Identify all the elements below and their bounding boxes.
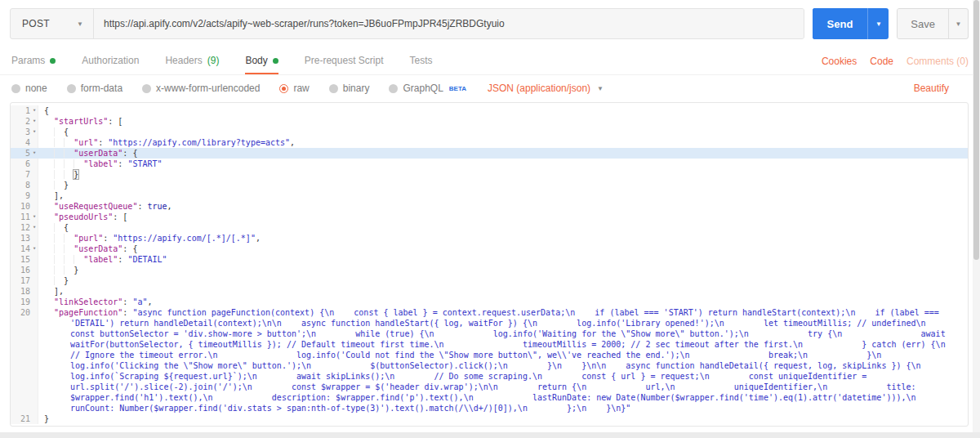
- content-type-select[interactable]: JSON (application/json) ▼: [488, 83, 604, 94]
- fold-spacer: [30, 307, 38, 413]
- token: :: [103, 234, 113, 243]
- code-text[interactable]: "userData": {: [38, 148, 968, 159]
- code-rows: 1▾{2▾ "startUrls": [3▾ {4 "url": "https:…: [11, 105, 968, 424]
- token: :: [98, 138, 108, 147]
- indent: [44, 149, 54, 158]
- code-link[interactable]: Code: [870, 56, 893, 67]
- token: :: [118, 255, 127, 264]
- code-text[interactable]: "label": "START": [38, 159, 968, 169]
- line-gutter: 11▾: [11, 212, 38, 222]
- horizontal-scrollbar[interactable]: [0, 432, 980, 438]
- send-button[interactable]: Send: [813, 8, 868, 39]
- code-text[interactable]: "url": "https://apify.com/library?type=a…: [38, 137, 968, 148]
- token: "userData": [74, 244, 122, 253]
- code-text[interactable]: {: [38, 222, 968, 233]
- chevron-down-icon: ▼: [875, 20, 882, 28]
- indent: [64, 159, 74, 168]
- tab-body[interactable]: Body: [245, 48, 278, 74]
- line-number: 13: [20, 233, 30, 244]
- code-text[interactable]: }: [38, 265, 968, 275]
- tab-pre-request-script[interactable]: Pre-request Script: [305, 48, 384, 74]
- save-button[interactable]: Save: [898, 9, 948, 38]
- fold-caret-icon[interactable]: ▾: [30, 212, 38, 222]
- body-type-x-www-form-urlencoded[interactable]: x-www-form-urlencoded: [142, 83, 260, 94]
- vertical-scrollbar-thumb[interactable]: [973, 0, 979, 260]
- fold-spacer: [30, 413, 38, 424]
- token: "a": [132, 297, 147, 306]
- code-text[interactable]: "linkSelector": "a",: [38, 297, 968, 307]
- token: : [: [113, 212, 127, 221]
- code-line-13: 13 "purl": "https://apify.com/[.*]/[.*]"…: [11, 233, 968, 244]
- fold-caret-icon[interactable]: ▾: [30, 116, 38, 127]
- body-type-none[interactable]: none: [11, 83, 47, 94]
- tab-params[interactable]: Params: [11, 48, 56, 74]
- code-text[interactable]: "purl": "https://apify.com/[.*]/[.*]",: [38, 233, 968, 244]
- fold-spacer: [30, 137, 38, 148]
- indent: [44, 212, 54, 221]
- fold-caret-icon[interactable]: ▾: [30, 222, 38, 233]
- code-text[interactable]: ],: [38, 286, 968, 297]
- save-split-button: Save ▼: [897, 8, 969, 39]
- body-type-form-data[interactable]: form-data: [67, 83, 122, 94]
- radio-label: raw: [293, 83, 309, 94]
- code-text[interactable]: "label": "DETAIL": [38, 254, 968, 265]
- code-text[interactable]: "useRequestQueue": true,: [38, 201, 968, 212]
- save-options-caret[interactable]: ▼: [948, 9, 968, 38]
- line-gutter: 18: [11, 286, 38, 297]
- fold-caret-icon[interactable]: ▾: [30, 127, 38, 137]
- comments-0-link[interactable]: Comments (0): [906, 56, 969, 67]
- indent: [54, 244, 64, 253]
- vertical-scrollbar[interactable]: [973, 0, 980, 432]
- code-line-11: 11▾ "pseudoUrls": [: [11, 212, 968, 222]
- beta-badge: BETA: [449, 85, 466, 92]
- code-line-12: 12▾ {: [11, 222, 968, 233]
- token: "async function pageFunction(context) {\…: [70, 308, 969, 413]
- fold-caret-icon[interactable]: ▾: [30, 105, 38, 116]
- line-gutter: 16: [11, 265, 38, 275]
- code-text[interactable]: }: [38, 180, 968, 190]
- body-type-binary[interactable]: binary: [329, 83, 370, 94]
- code-text[interactable]: {: [38, 127, 968, 137]
- radio-icon: [279, 84, 288, 93]
- line-number: 16: [20, 265, 30, 275]
- fold-caret-icon[interactable]: ▾: [30, 244, 38, 254]
- code-line-18: 18 ],: [11, 286, 968, 297]
- code-text[interactable]: {: [38, 105, 968, 116]
- beautify-link[interactable]: Beautify: [914, 83, 949, 94]
- line-gutter: 13: [11, 233, 38, 244]
- code-text[interactable]: "pageFunction": "async function pageFunc…: [38, 307, 968, 413]
- code-text[interactable]: }: [38, 169, 968, 180]
- body-type-graphql[interactable]: GraphQLBETA: [389, 83, 466, 94]
- cookies-link[interactable]: Cookies: [822, 56, 857, 67]
- indent: [64, 255, 74, 264]
- line-gutter: 1▾: [11, 105, 38, 116]
- send-options-caret[interactable]: ▼: [867, 8, 889, 39]
- fold-spacer: [30, 265, 38, 275]
- code-text[interactable]: }: [38, 413, 968, 424]
- indent: [44, 223, 54, 232]
- code-text[interactable]: }: [38, 275, 968, 286]
- url-input[interactable]: [94, 9, 804, 38]
- code-text[interactable]: ],: [38, 190, 968, 201]
- token: : {: [122, 244, 137, 253]
- green-dot-icon: [273, 58, 278, 64]
- code-text[interactable]: "startUrls": [: [38, 116, 968, 127]
- raw-body-editor[interactable]: 1▾{2▾ "startUrls": [3▾ {4 "url": "https:…: [10, 102, 969, 427]
- tab-authorization[interactable]: Authorization: [82, 48, 139, 74]
- tab-headers[interactable]: Headers(9): [165, 48, 219, 74]
- body-type-raw[interactable]: raw: [279, 83, 309, 94]
- token: "pageFunction": [54, 308, 122, 317]
- code-text[interactable]: "pseudoUrls": [: [38, 212, 968, 222]
- method-select[interactable]: POST ▼: [11, 9, 94, 38]
- token: "startUrls": [54, 117, 108, 126]
- code-text[interactable]: "userData": {: [38, 244, 968, 254]
- fold-spacer: [30, 275, 38, 286]
- token: "DETAIL": [127, 255, 167, 264]
- token: {: [44, 106, 49, 115]
- line-number: 21: [20, 413, 30, 424]
- fold-caret-icon[interactable]: ▾: [30, 148, 38, 159]
- tab-tests[interactable]: Tests: [409, 48, 432, 74]
- token: ],: [54, 191, 64, 200]
- code-line-14: 14▾ "userData": {: [11, 244, 968, 254]
- radio-label: GraphQL: [403, 83, 443, 94]
